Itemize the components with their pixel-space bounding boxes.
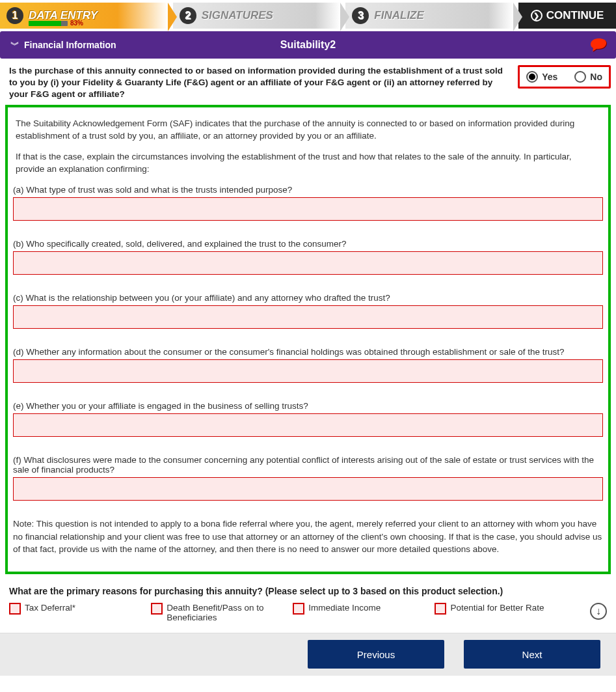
checkbox-icon[interactable] xyxy=(151,603,163,615)
question-c-input[interactable] xyxy=(13,305,603,329)
reason-death-benefit[interactable]: Death Benefit/Pass on to Beneficiaries xyxy=(151,603,284,622)
collapse-icon[interactable]: ︾ xyxy=(10,42,18,48)
question-f-input[interactable] xyxy=(13,477,603,501)
saf-note: Note: This question is not intended to a… xyxy=(13,518,603,556)
step-data-entry[interactable]: 1 DATA ENTRY 83% xyxy=(0,3,168,29)
reason-immediate-income[interactable]: Immediate Income xyxy=(293,603,425,615)
step-signatures[interactable]: 2 SIGNATURES xyxy=(173,3,341,29)
question-d-label: (d) Whether any information about the co… xyxy=(13,347,603,357)
reasons-row: Tax Deferral* Death Benefit/Pass on to B… xyxy=(0,603,616,633)
checkbox-icon[interactable] xyxy=(435,603,446,615)
step-number: 1 xyxy=(7,7,23,24)
question-f-label: (f) What disclosures were made to the co… xyxy=(13,455,603,475)
step-label: SIGNATURES xyxy=(202,9,273,22)
previous-button[interactable]: Previous xyxy=(308,640,444,669)
section-name: Financial Information xyxy=(24,40,116,50)
section-header: ︾ Financial Information Suitability2 xyxy=(0,31,616,59)
saf-detail-panel: The Suitability Acknowledgement Form (SA… xyxy=(5,105,611,574)
step-number: 2 xyxy=(180,7,196,24)
question-c-label: (c) What is the relationship between you… xyxy=(13,293,603,303)
step-number: 3 xyxy=(352,7,369,24)
reason-better-rate[interactable]: Potential for Better Rate xyxy=(435,603,581,615)
question-e-label: (e) Whether you or your affiliate is eng… xyxy=(13,401,603,411)
main-question-row: Is the purchase of this annuity connecte… xyxy=(0,59,616,105)
question-a-input[interactable] xyxy=(13,197,603,221)
reasons-title: What are the primary reasons for purchas… xyxy=(0,582,616,603)
question-b-label: (b) Who specifically created, sold, deli… xyxy=(13,239,603,249)
question-b-input[interactable] xyxy=(13,251,603,275)
question-a-label: (a) What type of trust was sold and what… xyxy=(13,185,603,195)
checkbox-icon[interactable] xyxy=(9,603,21,615)
wizard-steps: 1 DATA ENTRY 83% 2 SIGNATURES 3 FINALIZE… xyxy=(0,0,616,29)
chevron-right-icon: ❯ xyxy=(531,10,542,21)
radio-icon xyxy=(574,71,586,83)
radio-no[interactable]: No xyxy=(574,71,602,83)
radio-icon xyxy=(526,71,538,83)
next-button[interactable]: Next xyxy=(464,640,600,669)
continue-button[interactable]: ❯ CONTINUE xyxy=(518,3,616,29)
saf-intro-1: The Suitability Acknowledgement Form (SA… xyxy=(16,118,600,143)
reason-tax-deferral[interactable]: Tax Deferral* xyxy=(9,603,142,615)
question-d-input[interactable] xyxy=(13,359,603,383)
yes-no-group: Yes No xyxy=(518,65,611,89)
checkbox-icon[interactable] xyxy=(293,603,304,615)
step-finalize[interactable]: 3 FINALIZE xyxy=(345,3,513,29)
page-title: Suitability2 xyxy=(280,39,336,51)
main-question-text: Is the purchase of this annuity connecte… xyxy=(9,65,513,101)
scroll-down-icon[interactable]: ↓ xyxy=(590,603,607,620)
radio-yes[interactable]: Yes xyxy=(526,71,557,83)
progress-indicator: 83% xyxy=(29,20,83,27)
question-e-input[interactable] xyxy=(13,413,603,437)
comment-icon[interactable] xyxy=(590,38,607,55)
step-label: FINALIZE xyxy=(374,9,424,22)
nav-row: Previous Next xyxy=(0,633,616,676)
saf-intro-2: If that is the case, explain the circums… xyxy=(16,151,600,176)
